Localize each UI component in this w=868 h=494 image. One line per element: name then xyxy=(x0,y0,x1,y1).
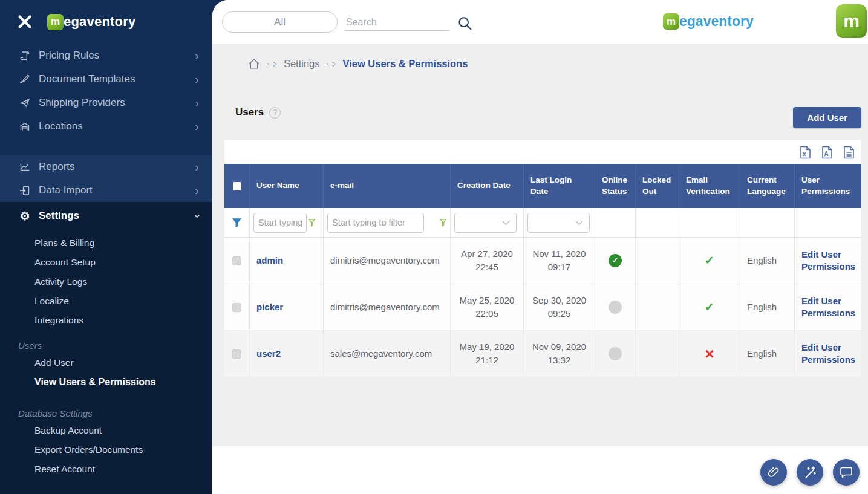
last-login-cell: Nov 09, 202013:32 xyxy=(524,331,595,377)
breadcrumb: ⇨ Settings ⇨ View Users & Permissions xyxy=(247,57,468,71)
filter-creation-date-select[interactable] xyxy=(454,213,517,233)
settings-submenu: Plans & Billing Account Setup Activity L… xyxy=(0,233,212,330)
sidebar-item-integrations[interactable]: Integrations xyxy=(0,311,212,330)
column-header-current-language[interactable]: Current Language xyxy=(740,164,795,208)
page-title: Users xyxy=(235,106,264,119)
email-verification-icon: ✓ xyxy=(705,299,714,316)
chevron-right-icon: › xyxy=(195,97,199,109)
chevron-right-icon: › xyxy=(195,120,199,132)
warehouse-icon xyxy=(18,120,31,132)
help-icon[interactable]: ? xyxy=(269,107,281,119)
sidebar-item-activity-logs[interactable]: Activity Logs xyxy=(0,272,212,291)
sidebar-top-section: megaventory Pricing Rules › Document Tem… xyxy=(0,0,212,202)
filter-funnel-icon[interactable] xyxy=(230,216,243,229)
file-import-icon xyxy=(18,184,31,197)
footer-bar xyxy=(212,446,868,494)
column-header-user-name[interactable]: User Name xyxy=(250,164,324,208)
filter-options-icon[interactable] xyxy=(308,219,315,227)
breadcrumb-arrow-icon: ⇨ xyxy=(327,57,336,71)
filter-email-input[interactable] xyxy=(327,213,424,233)
column-header-email[interactable]: e-mail xyxy=(324,164,451,208)
email-cell: dimitris@megaventory.com xyxy=(324,238,451,284)
sidebar-band-section: Reports › Data Import › xyxy=(0,155,212,202)
chat-button[interactable] xyxy=(833,459,860,486)
chevron-right-icon: › xyxy=(195,184,199,197)
export-doc-icon[interactable] xyxy=(843,145,855,160)
email-cell: dimitris@megaventory.com xyxy=(324,284,451,330)
search-input[interactable] xyxy=(345,15,449,31)
sidebar-item-backup-account[interactable]: Backup Account xyxy=(0,421,212,440)
chart-icon xyxy=(18,161,31,173)
column-header-locked-out[interactable]: Locked Out xyxy=(636,164,679,208)
paper-plane-icon xyxy=(18,97,31,109)
email-cell: sales@megaventory.com xyxy=(324,331,451,377)
sidebar-item-add-user[interactable]: Add User xyxy=(0,353,212,372)
export-excel-icon[interactable]: x xyxy=(799,145,812,160)
user-name-link[interactable]: admin xyxy=(256,254,283,267)
online-status-icon: ✓ xyxy=(609,254,622,267)
users-table-card: x A User Name e-mail Creation Date Last … xyxy=(224,140,861,377)
attachment-button[interactable] xyxy=(760,459,787,486)
sidebar-item-shipping-providers[interactable]: Shipping Providers › xyxy=(0,91,212,114)
edit-user-permissions-link[interactable]: Edit User Permissions xyxy=(801,342,855,366)
edit-user-permissions-link[interactable]: Edit User Permissions xyxy=(801,249,855,273)
column-header-email-verification[interactable]: Email Verification xyxy=(679,164,740,208)
sidebar-item-account-setup[interactable]: Account Setup xyxy=(0,253,212,272)
filter-last-login-select[interactable] xyxy=(527,213,590,233)
filter-user-name-input[interactable] xyxy=(253,213,307,233)
row-checkbox[interactable] xyxy=(232,256,241,265)
column-header-creation-date[interactable]: Creation Date xyxy=(451,164,524,208)
filter-options-icon[interactable] xyxy=(440,219,446,227)
sidebar-item-pricing-rules[interactable]: Pricing Rules › xyxy=(0,44,212,67)
creation-date-cell: Apr 27, 202022:45 xyxy=(451,238,524,284)
export-pdf-icon[interactable]: A xyxy=(821,145,834,160)
sidebar-item-settings[interactable]: ⚙ Settings › xyxy=(0,202,212,230)
scroll-icon xyxy=(18,50,31,62)
sidebar-spacer xyxy=(0,138,212,155)
creation-date-cell: May 19, 202021:12 xyxy=(451,331,524,377)
select-all-checkbox[interactable] xyxy=(233,182,241,190)
sidebar-item-data-import[interactable]: Data Import › xyxy=(0,178,212,202)
table-row: picker dimitris@megaventory.com May 25, … xyxy=(224,284,861,331)
column-header-online-status[interactable]: Online Status xyxy=(595,164,636,208)
column-header-user-permissions[interactable]: User Permissions xyxy=(795,164,861,208)
sidebar-item-view-users-permissions[interactable]: View Users & Permissions xyxy=(0,372,212,392)
sidebar-header: megaventory xyxy=(0,0,212,44)
creation-date-cell: May 25, 202022:05 xyxy=(451,284,524,330)
magic-wand-button[interactable] xyxy=(797,459,823,486)
gear-icon: ⚙ xyxy=(18,209,31,223)
megaventory-wordmark: megaventory xyxy=(663,13,754,30)
column-header-last-login-date[interactable]: Last Login Date xyxy=(524,164,595,208)
row-checkbox[interactable] xyxy=(232,303,241,312)
sidebar-item-locations[interactable]: Locations › xyxy=(0,114,212,138)
add-user-button[interactable]: Add User xyxy=(793,107,861,128)
table-row: user2 sales@megaventory.com May 19, 2020… xyxy=(224,331,861,377)
svg-text:A: A xyxy=(824,151,829,157)
user-name-link[interactable]: picker xyxy=(256,301,283,314)
breadcrumb-arrow-icon: ⇨ xyxy=(267,57,277,71)
sidebar-item-reset-account[interactable]: Reset Account xyxy=(0,460,212,479)
export-toolbar: x A xyxy=(224,140,861,164)
sidebar-item-localize[interactable]: Localize xyxy=(0,291,212,311)
brush-icon xyxy=(18,73,31,85)
sidebar-item-plans-billing[interactable]: Plans & Billing xyxy=(0,233,212,253)
row-checkbox[interactable] xyxy=(232,349,241,359)
content-area: ⇨ Settings ⇨ View Users & Permissions Us… xyxy=(212,44,868,446)
search-scope-selector[interactable]: All xyxy=(222,11,338,33)
last-login-cell: Sep 30, 202009:25 xyxy=(524,284,595,330)
sidebar-item-document-templates[interactable]: Document Templates › xyxy=(0,67,212,91)
close-menu-icon[interactable] xyxy=(17,14,33,30)
users-section-label: Users xyxy=(0,337,212,353)
language-cell: English xyxy=(740,284,795,330)
edit-user-permissions-link[interactable]: Edit User Permissions xyxy=(801,295,855,320)
chevron-down-icon: › xyxy=(191,214,204,218)
breadcrumb-settings[interactable]: Settings xyxy=(284,58,320,70)
megaventory-cube-logo[interactable]: m xyxy=(836,4,867,38)
sidebar-item-reports[interactable]: Reports › xyxy=(0,155,212,178)
chevron-right-icon: › xyxy=(195,73,199,85)
user-name-link[interactable]: user2 xyxy=(256,347,281,360)
home-icon[interactable] xyxy=(247,57,261,71)
sidebar-item-export-orders-documents[interactable]: Export Orders/Documents xyxy=(0,440,212,460)
search-icon[interactable] xyxy=(457,15,474,32)
language-cell: English xyxy=(740,331,795,377)
